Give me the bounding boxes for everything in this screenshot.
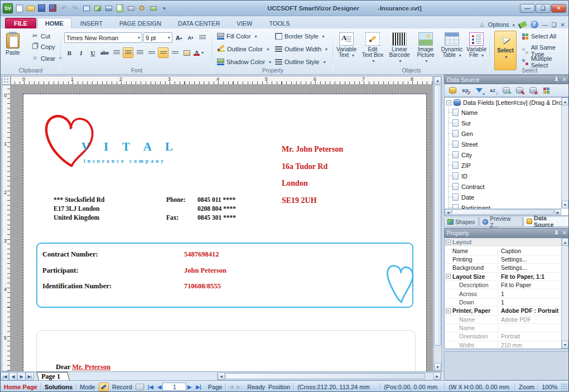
- add-field-icon[interactable]: +: [501, 86, 511, 95]
- last-page-icon[interactable]: ▶|: [26, 372, 34, 380]
- data-field-item[interactable]: Gen: [445, 128, 569, 139]
- record-icon[interactable]: [136, 384, 144, 390]
- data-field-item[interactable]: Date: [445, 192, 569, 202]
- recipient-address-block[interactable]: Mr. John Peterson 16a Tudor Rd London SE…: [282, 141, 343, 209]
- select-all-button[interactable]: Select All: [522, 33, 556, 40]
- property-row[interactable]: OrientationPortrait: [445, 332, 569, 341]
- tab-preview-zoom[interactable]: Preview Z...: [479, 217, 523, 227]
- next-record-icon[interactable]: ▶: [186, 381, 192, 392]
- redo-icon[interactable]: ↷: [70, 3, 80, 13]
- data-field-item[interactable]: Sur: [445, 118, 569, 128]
- cut-button[interactable]: ✂Cut: [30, 32, 52, 40]
- tree-vertical-scrollbar[interactable]: ▲ ▼: [561, 98, 569, 209]
- scroll-up-icon[interactable]: ▲: [562, 238, 568, 246]
- tab-data-center[interactable]: DATA CENTER: [170, 18, 228, 28]
- database-icon[interactable]: [447, 86, 457, 95]
- participant-value[interactable]: John Peterson: [184, 267, 226, 275]
- tab-tools[interactable]: TOOLS: [261, 18, 297, 28]
- property-row[interactable]: BackgroundSettings...: [445, 264, 569, 272]
- variable-text-button[interactable]: A VariableText ▾: [334, 30, 359, 61]
- collapse-ribbon-icon[interactable]: △: [480, 22, 484, 27]
- tab-page-design[interactable]: PAGE DESIGN: [112, 18, 169, 28]
- property-section-layout[interactable]: −Layout: [445, 238, 569, 246]
- grow-font-button[interactable]: A▴: [173, 32, 184, 43]
- align-right-button[interactable]: [134, 47, 145, 58]
- shrink-font-button[interactable]: A▾: [185, 32, 196, 43]
- collapse-icon[interactable]: −: [446, 308, 451, 313]
- panel-close-icon[interactable]: ✕: [562, 76, 567, 83]
- phone-block[interactable]: Phone:0845 011 **** 0208 804 **** Fax:08…: [166, 195, 236, 222]
- vertical-scroll-thumb[interactable]: [434, 85, 441, 346]
- property-row[interactable]: Across1: [445, 289, 569, 298]
- image-tool-icon[interactable]: [93, 3, 102, 13]
- scroll-down-icon[interactable]: ▼: [562, 201, 568, 209]
- zoom-value[interactable]: 100%: [538, 381, 561, 392]
- new-window-icon[interactable]: [81, 3, 91, 13]
- scroll-down-icon[interactable]: ▼: [562, 341, 568, 349]
- fill-color-button[interactable]: Fill Color▾: [217, 33, 257, 40]
- horizontal-scroll-thumb[interactable]: [225, 373, 425, 379]
- tab-shapes[interactable]: Shapes: [444, 217, 479, 227]
- strikethrough-button[interactable]: abe: [99, 47, 110, 58]
- image-picture-button[interactable]: ImagePicture ▾: [413, 30, 438, 66]
- border-style-button[interactable]: Border Style▾: [275, 33, 325, 40]
- open-icon[interactable]: [26, 3, 35, 13]
- new-document-icon[interactable]: [15, 3, 24, 13]
- property-row[interactable]: DescriptionFit to Paper: [445, 281, 569, 289]
- data-field-item[interactable]: Contract: [445, 181, 569, 192]
- align-left-button[interactable]: [111, 47, 122, 58]
- property-row[interactable]: Name: [445, 324, 569, 332]
- underline-button[interactable]: U: [88, 47, 98, 58]
- edit-text-box-button[interactable]: EditText Box ▾: [360, 30, 385, 66]
- italic-button[interactable]: I: [76, 47, 86, 58]
- refresh-data-icon[interactable]: [541, 86, 551, 95]
- help-icon[interactable]: ?: [531, 21, 538, 28]
- outline-color-button[interactable]: Outline Color▾: [217, 46, 269, 52]
- signature-icon[interactable]: [518, 21, 527, 28]
- property-row[interactable]: NameCaption: [445, 246, 569, 255]
- tab-file[interactable]: FILE: [5, 18, 36, 28]
- save-icon[interactable]: [37, 3, 46, 13]
- pin-icon[interactable]: [554, 230, 559, 235]
- horizontal-scroll-thumb[interactable]: [452, 209, 554, 215]
- select-button[interactable]: ➤ Select▾: [494, 31, 517, 70]
- data-field-item[interactable]: City: [445, 149, 569, 160]
- outline-width-button[interactable]: Outline Width▾: [275, 46, 327, 52]
- next-page-icon[interactable]: ▶: [17, 372, 26, 380]
- filter-icon[interactable]: =: [474, 86, 484, 95]
- text-direction-button[interactable]: [181, 47, 192, 58]
- copy-button[interactable]: Copy: [30, 43, 57, 51]
- property-row[interactable]: NameAdobe PDF: [445, 316, 569, 324]
- property-row[interactable]: −Printer, PaperAdobe PDF : Portrait: [445, 307, 569, 315]
- property-row[interactable]: PrintingSettings...: [445, 255, 569, 264]
- scroll-left-icon[interactable]: ◀: [445, 209, 451, 215]
- sql-query-icon[interactable]: SQL✓: [461, 86, 471, 95]
- valign-middle-button[interactable]: [158, 47, 168, 58]
- close-button[interactable]: ✕: [551, 4, 566, 13]
- bold-button[interactable]: B: [64, 47, 75, 58]
- restore-button[interactable]: ❑: [536, 4, 551, 13]
- first-page-icon[interactable]: |◀: [1, 372, 9, 380]
- data-field-item[interactable]: ID: [445, 171, 569, 181]
- forward-icon[interactable]: ▶: [237, 381, 244, 392]
- first-record-icon[interactable]: |◀: [144, 381, 156, 392]
- app-logo-icon[interactable]: SV: [3, 3, 13, 13]
- picture-tool-icon[interactable]: [104, 3, 113, 13]
- scroll-right-icon[interactable]: ▶: [433, 372, 441, 380]
- tab-data-source[interactable]: Data Source: [523, 217, 569, 227]
- scroll-up-icon[interactable]: ▲: [434, 76, 441, 84]
- tab-view[interactable]: VIEW: [229, 18, 260, 28]
- dynamic-table-button[interactable]: DynamicTable ▾: [439, 30, 465, 61]
- home-page-link[interactable]: Home Page: [1, 381, 41, 392]
- resize-grip[interactable]: [561, 383, 568, 391]
- identification-number-value[interactable]: 710608/8555: [184, 282, 221, 291]
- letter-body-box[interactable]: Dear Mr. Peterson: [36, 330, 416, 371]
- undo-icon[interactable]: ↶: [59, 3, 69, 13]
- last-record-icon[interactable]: ▶|: [192, 381, 204, 392]
- doc-restore-icon[interactable]: ❑: [552, 22, 557, 28]
- scroll-right-icon[interactable]: ▶: [554, 209, 561, 215]
- solutions-link[interactable]: Solutions: [41, 381, 76, 392]
- collapse-node-icon[interactable]: −: [446, 100, 451, 105]
- panel-close-icon[interactable]: ✕: [562, 230, 567, 236]
- font-color-button[interactable]: A ▾: [193, 47, 204, 58]
